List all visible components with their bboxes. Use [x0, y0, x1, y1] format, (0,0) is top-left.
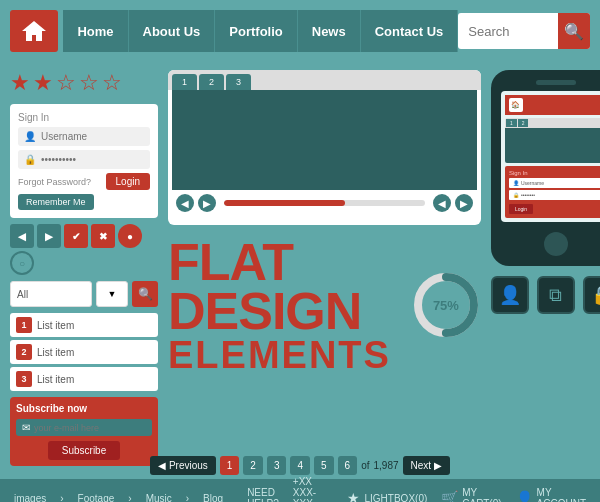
lightbox-label: LIGHTBOX(0): [364, 493, 427, 503]
nav-contact[interactable]: Contact Us: [361, 10, 459, 52]
dropdown-value: All: [17, 289, 28, 300]
phone-logo: 🏠: [509, 98, 523, 112]
login-button[interactable]: Login: [106, 173, 150, 190]
password-row: 🔒: [18, 150, 150, 169]
browser-tab-2[interactable]: 2: [199, 74, 224, 90]
list-num-1: 1: [16, 317, 32, 333]
dropdown-field: All: [10, 281, 92, 307]
username-input[interactable]: [41, 131, 121, 142]
flat-line2: DESIGN: [168, 287, 361, 336]
next-btn[interactable]: ▶: [37, 224, 61, 248]
prev-btn[interactable]: ◀: [10, 224, 34, 248]
nav-portfolio[interactable]: Portfolio: [215, 10, 297, 52]
phone-tab-2: 2: [518, 119, 529, 127]
remember-me-button[interactable]: Remember Me: [18, 194, 94, 210]
forgot-password-link[interactable]: Forgot Password?: [18, 177, 91, 187]
nav-logo[interactable]: [10, 10, 58, 52]
radio-filled[interactable]: ●: [118, 224, 142, 248]
page-2-btn[interactable]: 2: [243, 456, 263, 475]
list-text-3: List item: [37, 374, 74, 385]
radio-empty[interactable]: ○: [10, 251, 34, 275]
next-page-btn[interactable]: Next ▶: [403, 456, 451, 475]
browser-mockup: 1 2 3 ◀ ▶ ◀ ▶: [168, 70, 481, 225]
username-row: 👤: [18, 127, 150, 146]
progress-bar-fill: [224, 200, 345, 206]
phone-user-icon: 👤: [513, 180, 519, 186]
phone-username-row: 👤 Username: [509, 178, 600, 188]
donut-chart: 75%: [411, 270, 481, 340]
account-label: MY ACCOUNT: [537, 487, 586, 502]
page-5-btn[interactable]: 5: [314, 456, 334, 475]
browser-next-btn[interactable]: ▶: [198, 194, 216, 212]
browser-nav-left: ◀ ▶: [176, 194, 216, 212]
footer-need-help: NEED HELP?: [247, 487, 279, 502]
next-arrow-icon: ▶: [434, 460, 442, 471]
prev-page-label: Previous: [169, 460, 208, 471]
email-input[interactable]: [34, 423, 124, 433]
search-bar: 🔍: [458, 13, 590, 49]
subscribe-button[interactable]: Subscribe: [48, 441, 120, 460]
star-1: ★: [10, 70, 30, 96]
browser-prev-btn[interactable]: ◀: [176, 194, 194, 212]
footer-link-footage[interactable]: Footage: [78, 493, 115, 503]
phone-mockup: 🏠 1 2 Sign In 👤: [491, 70, 600, 266]
star-4: ☆: [79, 70, 99, 96]
page-of-label: of: [361, 460, 369, 471]
phone-speaker: [536, 80, 576, 85]
list-item: 3 List item: [10, 367, 158, 391]
lock-box-icon: 🔒: [591, 284, 600, 306]
nav-about[interactable]: About Us: [129, 10, 216, 52]
prev-page-btn[interactable]: ◀ Previous: [150, 456, 216, 475]
browser-tab-3[interactable]: 3: [226, 74, 251, 90]
browser-tab-1[interactable]: 1: [172, 74, 197, 90]
star-2: ★: [33, 70, 53, 96]
lock-icon-box[interactable]: 🔒: [583, 276, 600, 314]
search-button[interactable]: 🔍: [558, 13, 590, 49]
copy-icon: ⧉: [549, 285, 562, 306]
person-icon-box[interactable]: 👤: [491, 276, 529, 314]
password-input[interactable]: [41, 154, 121, 165]
flat-design-text: FLAT DESIGN ELEMENTS: [168, 233, 391, 378]
phone-screen-inner: 🏠 1 2 Sign In 👤: [501, 91, 600, 222]
home-icon: [20, 17, 48, 45]
page-4-btn[interactable]: 4: [290, 456, 310, 475]
cart-group[interactable]: 🛒 MY CART(0): [441, 487, 501, 502]
phone-home-button[interactable]: [544, 232, 568, 256]
dropdown-arrow[interactable]: ▼: [96, 281, 128, 307]
form-title: Sign In: [18, 112, 150, 123]
account-group[interactable]: 👤 MY ACCOUNT: [516, 487, 586, 502]
star-3: ☆: [56, 70, 76, 96]
star-5: ☆: [102, 70, 122, 96]
nav-home[interactable]: Home: [63, 10, 128, 52]
browser-nav-right: ◀ ▶: [433, 194, 473, 212]
lightbox-group[interactable]: ★ LIGHTBOX(0): [347, 490, 427, 502]
dropdown-search-btn[interactable]: 🔍: [132, 281, 158, 307]
footer-link-music[interactable]: Music: [146, 493, 172, 503]
list-text-1: List item: [37, 320, 74, 331]
nav-news[interactable]: News: [298, 10, 361, 52]
phone-username-placeholder: Username: [521, 180, 544, 186]
phone-section: 🏠 1 2 Sign In 👤: [491, 70, 600, 444]
navbar: Home About Us Portfolio News Contact Us …: [0, 0, 600, 62]
browser-progress-bar: [224, 200, 425, 206]
footer-link-blog[interactable]: Blog: [203, 493, 223, 503]
list-item: 1 List item: [10, 313, 158, 337]
prev-arrow-icon: ◀: [158, 460, 166, 471]
browser-tabs: 1 2 3: [168, 70, 481, 90]
browser-nav-btn-3[interactable]: ◀: [433, 194, 451, 212]
footer: images › Footage › Music › Blog NEED HEL…: [0, 479, 600, 502]
page-3-btn[interactable]: 3: [267, 456, 287, 475]
copy-icon-box[interactable]: ⧉: [537, 276, 575, 314]
search-input[interactable]: [458, 24, 558, 39]
browser-nav-btn-4[interactable]: ▶: [455, 194, 473, 212]
page-6-btn[interactable]: 6: [338, 456, 358, 475]
page-1-btn[interactable]: 1: [220, 456, 240, 475]
phone-lock-icon: 🔒: [513, 192, 519, 198]
check-btn[interactable]: ✔: [64, 224, 88, 248]
close-btn[interactable]: ✖: [91, 224, 115, 248]
flat-line3: ELEMENTS: [168, 337, 391, 373]
phone-screen: 🏠 1 2 Sign In 👤: [501, 91, 600, 222]
list-num-2: 2: [16, 344, 32, 360]
flat-line1: FLAT: [168, 238, 293, 287]
footer-link-images[interactable]: images: [14, 493, 46, 503]
